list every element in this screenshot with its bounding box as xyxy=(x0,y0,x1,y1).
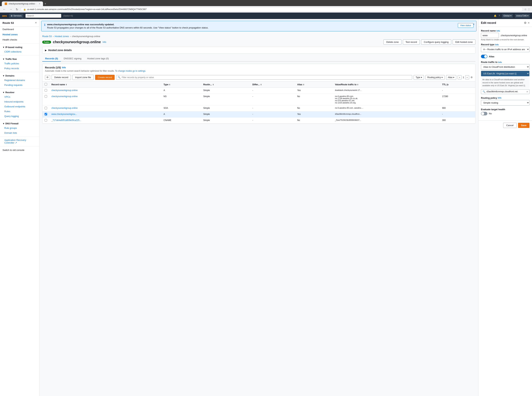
services-menu-btn[interactable]: ⊞ Services xyxy=(9,14,23,18)
record-type-select[interactable]: A – Routes traffic to an IPv4 address an… xyxy=(481,47,530,52)
sidebar-item-registered-domains[interactable]: Registered domains xyxy=(0,78,39,83)
sidebar-section-traffic-flow[interactable]: ▼ Traffic flow xyxy=(0,56,39,61)
row-checkbox[interactable] xyxy=(45,113,47,115)
record-type-info-link[interactable]: Info xyxy=(495,44,499,46)
sidebar-item-rule-groups[interactable]: Rule groups xyxy=(0,126,39,130)
cancel-btn[interactable]: Cancel xyxy=(503,123,516,128)
address-bar[interactable]: 🔒 us-east-1.console.aws.amazon.com/route… xyxy=(21,7,523,12)
sidebar-item-domain-lists[interactable]: Domain lists xyxy=(0,130,39,135)
refresh-btn[interactable]: ↻ xyxy=(15,7,19,12)
cloudfront-search-clear-btn[interactable]: × xyxy=(526,90,528,93)
cloudfront-search[interactable]: 🔍 × xyxy=(481,89,530,94)
tab-records[interactable]: Records (5) xyxy=(42,56,61,62)
active-tab[interactable]: checkyourworkgroup.online - × xyxy=(2,1,43,6)
edit-panel-settings-btn[interactable]: ⚙ xyxy=(524,21,526,24)
global-region-btn[interactable]: Global ▾ xyxy=(502,14,513,18)
sidebar-item-rules[interactable]: Rules xyxy=(0,109,39,114)
sidebar-item-traffic-policies[interactable]: Traffic policies xyxy=(0,61,39,66)
sidebar-item-dashboard[interactable]: Dashboard xyxy=(0,27,39,32)
row-checkbox-cell[interactable] xyxy=(42,117,49,124)
sidebar-item-old-console[interactable]: Switch to old console xyxy=(0,147,39,153)
row-checkbox[interactable] xyxy=(45,107,47,109)
banner-close-btn[interactable]: × xyxy=(473,23,474,26)
record-name-input[interactable] xyxy=(481,33,499,38)
refresh-btn[interactable]: ⟳ xyxy=(45,75,50,80)
routing-filter-dropdown[interactable]: Routing policy ▾ xyxy=(425,75,445,80)
sidebar-section-domains[interactable]: ▼ Domains xyxy=(0,73,39,78)
sort-icon-name[interactable]: ⇕ xyxy=(66,84,67,86)
cloudfront-search-input[interactable] xyxy=(486,90,525,93)
type-filter-dropdown[interactable]: Type ▾ xyxy=(414,75,424,80)
route-traffic-info-link[interactable]: Info xyxy=(498,61,502,63)
sidebar-item-hosted-zones[interactable]: Hosted zones xyxy=(0,32,39,37)
sidebar-item-inbound-endpoints[interactable]: Inbound endpoints xyxy=(0,99,39,104)
edit-zone-btn[interactable]: Edit hosted zone xyxy=(453,39,475,45)
aws-search-input[interactable] xyxy=(25,14,61,18)
table-row[interactable]: _717a64a6051d609e5fca225... CNAME Simple… xyxy=(42,117,475,124)
table-row[interactable]: checkyourworkgroup.online A Simple - Yes… xyxy=(42,88,475,94)
create-record-btn[interactable]: Create record xyxy=(95,75,115,80)
row-checkbox-cell[interactable] xyxy=(42,105,49,111)
sidebar-section-resolver[interactable]: ▼ Resolver xyxy=(0,90,39,94)
delete-zone-btn[interactable]: Delete zone xyxy=(383,39,401,45)
alias-toggle[interactable] xyxy=(481,55,487,58)
notifications-icon[interactable]: 🔔 xyxy=(494,15,497,17)
row-checkbox-cell[interactable] xyxy=(42,111,49,117)
help-icon[interactable]: ? xyxy=(499,15,500,17)
sidebar-item-cidr[interactable]: CIDR collections xyxy=(0,49,39,54)
zone-info-link[interactable]: Info xyxy=(103,41,106,43)
table-row[interactable]: checkyourworkgroup.online SOA Simple - N… xyxy=(42,105,475,111)
sort-icon-value[interactable]: ⇕ xyxy=(357,84,359,86)
view-status-btn[interactable]: View status xyxy=(458,23,474,28)
sort-icon-alias[interactable]: ⇕ xyxy=(303,84,304,86)
delete-record-btn[interactable]: Delete record xyxy=(52,75,71,80)
edit-panel-close-btn[interactable]: × xyxy=(528,21,530,24)
settings-link[interactable]: To change modes go to settings. xyxy=(115,70,146,72)
row-checkbox-cell[interactable] xyxy=(42,94,49,105)
table-row[interactable]: checkyourworkgroup.online NS Simple - No… xyxy=(42,94,475,105)
filter-search[interactable]: 🔍 xyxy=(116,75,412,80)
evaluate-health-toggle[interactable] xyxy=(481,112,487,115)
import-zone-btn[interactable]: Import zone file xyxy=(72,75,94,80)
breadcrumb-route53[interactable]: Route 53 xyxy=(42,35,52,38)
save-btn[interactable]: Save xyxy=(518,123,530,128)
row-checkbox-cell[interactable] xyxy=(42,88,49,94)
bookmark-icon[interactable]: ☆ xyxy=(524,8,527,11)
sort-icon-routing[interactable]: ⇕ xyxy=(213,84,214,86)
back-btn[interactable]: ← xyxy=(2,7,7,11)
zone-details-section[interactable]: ▶ Hosted zone details xyxy=(42,47,475,54)
user-menu-btn[interactable]: evecs7346 ▾ xyxy=(515,14,530,18)
select-all-checkbox[interactable] xyxy=(45,83,47,86)
sidebar-item-pending-requests[interactable]: Pending requests xyxy=(0,83,39,87)
filter-input[interactable] xyxy=(122,76,411,79)
sidebar-item-health-checks[interactable]: Health checks xyxy=(0,37,39,42)
tab-dnssec[interactable]: DNSSEC signing xyxy=(61,56,84,62)
row-checkbox[interactable] xyxy=(45,119,47,122)
sidebar-item-query-logging[interactable]: Query logging xyxy=(0,114,39,119)
records-info-link[interactable]: Info xyxy=(62,66,66,69)
breadcrumb-hosted-zones[interactable]: Hosted zones xyxy=(55,35,69,38)
sidebar-item-policy-records[interactable]: Policy records xyxy=(0,66,39,71)
sidebar-section-dns-firewall[interactable]: ▼ DNS Firewall xyxy=(0,121,39,126)
row-checkbox[interactable] xyxy=(45,95,47,98)
prev-page-btn[interactable]: ‹ xyxy=(458,75,462,79)
test-record-btn[interactable]: Test record xyxy=(403,39,420,45)
routing-policy-info-link[interactable]: Info xyxy=(498,97,501,99)
next-page-btn[interactable]: › xyxy=(465,75,469,79)
extensions-icon[interactable]: ⋮ xyxy=(528,8,530,11)
route-traffic-select[interactable]: Alias to CloudFront distribution xyxy=(481,64,530,70)
sidebar-item-vpcs[interactable]: VPCs xyxy=(0,94,39,99)
sort-icon-differ[interactable]: ⇕ xyxy=(260,84,262,86)
tab-close-btn[interactable]: × xyxy=(39,2,40,5)
row-checkbox[interactable] xyxy=(45,89,47,92)
record-name-info-link[interactable]: Info xyxy=(496,30,500,32)
alias-filter-dropdown[interactable]: Alias ▾ xyxy=(446,75,456,80)
sidebar-section-ip-routing[interactable]: ▼ IP-based routing xyxy=(0,45,39,49)
sidebar-item-arc[interactable]: Application Recovery Controller ↗ xyxy=(0,138,39,145)
table-row[interactable]: www.checkyourworkgrou... A Simple - Yes … xyxy=(42,111,475,117)
forward-btn[interactable]: → xyxy=(8,7,13,11)
table-settings-icon[interactable]: ⚙ xyxy=(471,76,473,79)
new-tab-btn[interactable]: + xyxy=(43,1,47,6)
configure-logging-btn[interactable]: Configure query logging xyxy=(421,39,451,45)
region-select[interactable]: US East (N. Virginia) [us-east-1] xyxy=(481,71,530,76)
